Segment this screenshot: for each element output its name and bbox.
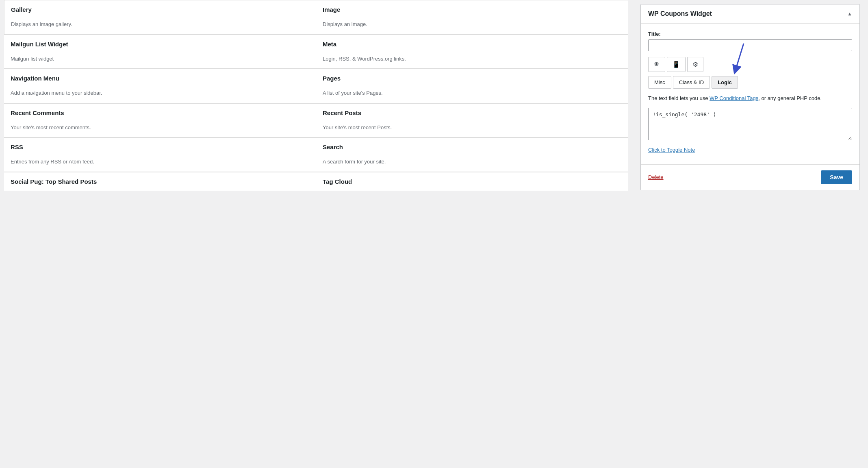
- eye-icon-button[interactable]: 👁: [648, 57, 665, 72]
- widget-name-pages: Pages: [316, 69, 628, 87]
- widget-name-search: Search: [316, 138, 628, 156]
- widget-name-nav-menu: Navigation Menu: [4, 69, 316, 87]
- widget-desc-meta: Login, RSS, & WordPress.org links.: [316, 53, 628, 69]
- settings-icon-button[interactable]: ⚙: [687, 57, 703, 72]
- widget-item-nav-menu: Navigation Menu Add a navigation menu to…: [4, 69, 316, 103]
- widget-name-meta: Meta: [316, 35, 628, 53]
- widget-desc-nav-menu: Add a navigation menu to your sidebar.: [4, 87, 316, 103]
- widget-name-mailgun: Mailgun List Widget: [4, 35, 316, 53]
- wp-conditional-tags-link[interactable]: WP Conditional Tags: [710, 95, 758, 101]
- widget-item-pages: Pages A list of your site's Pages.: [316, 69, 628, 103]
- widget-item-tag-cloud: Tag Cloud: [316, 172, 628, 191]
- widget-desc-pages: A list of your site's Pages.: [316, 87, 628, 103]
- widget-desc-image: Displays an image.: [316, 19, 628, 34]
- widget-item-recent-posts: Recent Posts Your site's most recent Pos…: [316, 103, 628, 138]
- widget-desc-mailgun: Mailgun list widget: [4, 53, 316, 69]
- widget-item-rss: RSS Entries from any RSS or Atom feed.: [4, 137, 316, 172]
- widget-item-meta: Meta Login, RSS, & WordPress.org links.: [316, 35, 628, 69]
- tab-misc[interactable]: Misc: [648, 76, 671, 89]
- save-button[interactable]: Save: [821, 170, 852, 184]
- title-input[interactable]: [648, 39, 852, 51]
- widget-name-gallery: Gallery: [4, 0, 316, 19]
- logic-textarea[interactable]: !is_single( '2498' ): [648, 108, 852, 140]
- widget-name-image: Image: [316, 0, 628, 19]
- widget-item-image: Image Displays an image.: [316, 0, 628, 35]
- widget-item-gallery: Gallery Displays an image gallery.: [4, 0, 316, 35]
- widget-name-recent-comments: Recent Comments: [4, 104, 316, 122]
- widget-desc-rss: Entries from any RSS or Atom feed.: [4, 156, 316, 172]
- tab-class-id[interactable]: Class & ID: [673, 76, 710, 89]
- widget-item-recent-comments: Recent Comments Your site's most recent …: [4, 103, 316, 138]
- widget-item-search: Search A search form for your site.: [316, 137, 628, 172]
- widget-desc-gallery: Displays an image gallery.: [4, 19, 316, 34]
- title-label: Title:: [648, 31, 852, 37]
- widget-desc-recent-comments: Your site's most recent comments.: [4, 122, 316, 137]
- mobile-icon-button[interactable]: 📱: [667, 57, 686, 72]
- widget-name-recent-posts: Recent Posts: [316, 104, 628, 122]
- widget-item-mailgun: Mailgun List Widget Mailgun list widget: [4, 35, 316, 69]
- widget-name-rss: RSS: [4, 138, 316, 156]
- widget-desc-search: A search form for your site.: [316, 156, 628, 172]
- logic-description: The text field lets you use WP Condition…: [648, 94, 852, 103]
- widget-editor-title: WP Coupons Widget: [648, 10, 712, 17]
- widget-desc-recent-posts: Your site's most recent Posts.: [316, 122, 628, 137]
- widget-name-tag-cloud: Tag Cloud: [316, 172, 628, 191]
- delete-link[interactable]: Delete: [648, 174, 664, 180]
- tab-logic[interactable]: Logic: [712, 76, 738, 89]
- widget-name-social-pug: Social Pug: Top Shared Posts: [4, 172, 316, 191]
- collapse-icon[interactable]: ▲: [847, 11, 852, 17]
- widget-item-social-pug: Social Pug: Top Shared Posts: [4, 172, 316, 191]
- toggle-note-link[interactable]: Click to Toggle Note: [648, 147, 852, 153]
